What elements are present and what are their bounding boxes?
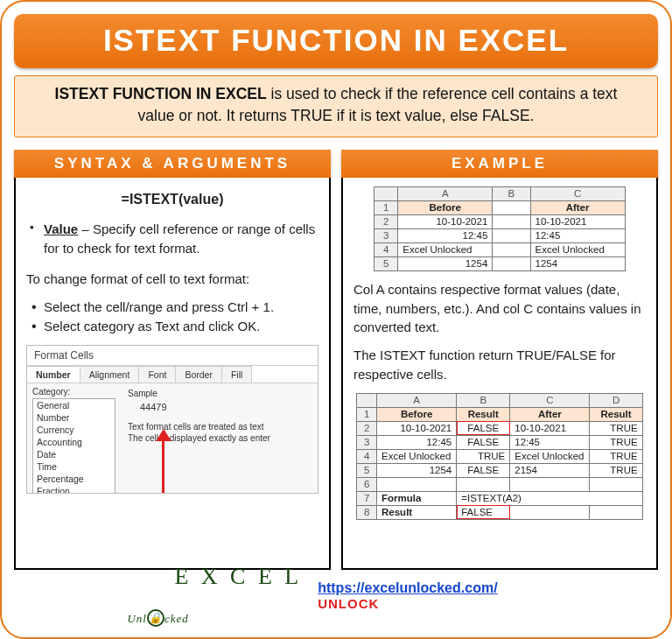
- cell: Formula: [377, 491, 457, 505]
- cell: [510, 505, 590, 519]
- category-label: Category:: [32, 387, 116, 397]
- syntax-column: SYNTAX & ARGUMENTS =ISTEXT(value) Value …: [14, 150, 331, 570]
- cell: Excel Unlocked: [398, 242, 493, 256]
- cell: TRUE: [457, 449, 510, 463]
- description-box: ISTEXT FUNCTION IN EXCEL is used to chec…: [14, 75, 658, 137]
- category-item[interactable]: Accounting: [33, 436, 115, 448]
- logo: E X C E L Unl🔒cked: [174, 564, 302, 628]
- row-header: 4: [374, 242, 398, 256]
- cell: FALSE: [457, 435, 510, 449]
- cell: [493, 214, 530, 228]
- cell: 1254: [398, 256, 493, 270]
- cell: TRUE: [590, 421, 642, 435]
- cell: 2154: [510, 463, 590, 477]
- cell: 10-10-2021: [530, 214, 625, 228]
- tab-alignment[interactable]: Alignment: [80, 366, 140, 383]
- description-bold: ISTEXT FUNCTION IN EXCEL: [55, 85, 267, 102]
- col-header: A: [398, 186, 493, 200]
- example-header: EXAMPLE: [341, 150, 658, 178]
- row-header: 1: [357, 407, 377, 421]
- cell: Excel Unlocked: [377, 449, 457, 463]
- cell: [377, 477, 457, 491]
- row-header: 2: [357, 421, 377, 435]
- logo-text-bottom: Unl🔒cked: [127, 611, 302, 628]
- cell: [590, 477, 642, 491]
- tab-fill[interactable]: Fill: [221, 366, 252, 383]
- bullet-step-2: Select category as Text and click OK.: [30, 317, 318, 336]
- cell: After: [510, 407, 590, 421]
- cell-highlighted: FALSE: [457, 421, 510, 435]
- cell: Result: [377, 505, 457, 519]
- cell-highlighted: FALSE: [457, 505, 510, 519]
- cell: 12:45: [377, 435, 457, 449]
- cell: Before: [377, 407, 457, 421]
- cell: [510, 477, 590, 491]
- dialog-title: Format Cells: [27, 346, 318, 366]
- cell: TRUE: [590, 449, 642, 463]
- cell: [493, 228, 530, 242]
- row-header: 7: [357, 491, 377, 505]
- col-header: D: [590, 393, 642, 407]
- tab-font[interactable]: Font: [138, 366, 176, 383]
- row-header: 5: [357, 463, 377, 477]
- category-list[interactable]: General Number Currency Accounting Date …: [32, 398, 116, 494]
- category-item[interactable]: General: [33, 399, 115, 411]
- category-item[interactable]: Time: [33, 460, 115, 473]
- cell: After: [530, 200, 625, 214]
- col-header: B: [493, 186, 530, 200]
- col-header: A: [377, 393, 457, 407]
- arrow-head-icon: [156, 429, 172, 441]
- bullet-step-1: Select the cell/range and press Ctrl + 1…: [30, 298, 318, 317]
- category-item[interactable]: Number: [33, 411, 115, 424]
- cell: 10-10-2021: [377, 421, 457, 435]
- row-header: 1: [374, 200, 398, 214]
- example-table-1: A B C 1 Before After 2 10-10-2021 10-10-…: [374, 186, 625, 271]
- tab-border[interactable]: Border: [175, 366, 222, 383]
- cell: Result: [457, 407, 510, 421]
- cell: Before: [398, 200, 493, 214]
- cell: [493, 200, 530, 214]
- table-corner: [374, 186, 398, 200]
- page-title-banner: ISTEXT FUNCTION IN EXCEL: [14, 14, 658, 68]
- footer: E X C E L Unl🔒cked https://excelunlocked…: [2, 564, 670, 628]
- row-header: 8: [357, 505, 377, 519]
- cell: [457, 477, 510, 491]
- row-header: 6: [357, 477, 377, 491]
- cell: 12:45: [530, 228, 625, 242]
- cell: [493, 256, 530, 270]
- cell: Excel Unlocked: [530, 242, 625, 256]
- footer-url-link[interactable]: https://excelunlocked.com/: [318, 580, 497, 595]
- category-item[interactable]: Date: [33, 448, 115, 460]
- arrow-icon: [162, 436, 164, 494]
- sample-label: Sample: [128, 389, 309, 398]
- cell: 1254: [530, 256, 625, 270]
- format-cells-dialog: Format Cells Number Alignment Font Borde…: [26, 345, 318, 494]
- row-header: 5: [374, 256, 398, 270]
- argument-name: Value: [44, 221, 78, 236]
- cell: Excel Unlocked: [510, 449, 590, 463]
- dialog-tabs: Number Alignment Font Border Fill: [27, 366, 318, 383]
- argument-item: Value – Specify cell reference or range …: [30, 220, 318, 258]
- cell: 12:45: [398, 228, 493, 242]
- cell: [493, 242, 530, 256]
- cell: =ISTEXT(A2): [457, 491, 642, 505]
- example-para-1: Col A contains respective format values …: [354, 280, 646, 337]
- table-corner: [357, 393, 377, 407]
- cell: FALSE: [457, 463, 510, 477]
- category-item[interactable]: Fraction: [33, 485, 115, 494]
- lock-icon: 🔒: [147, 609, 164, 627]
- tab-number[interactable]: Number: [26, 366, 80, 383]
- cell: 1254: [377, 463, 457, 477]
- col-header: C: [510, 393, 590, 407]
- example-table-2: A B C D 1 Before Result After Result 2 1…: [356, 393, 642, 520]
- sample-value: 44479: [140, 402, 309, 412]
- cell: [590, 505, 642, 519]
- argument-desc: – Specify cell reference or range of cel…: [44, 221, 315, 256]
- row-header: 4: [357, 449, 377, 463]
- cell: 10-10-2021: [510, 421, 590, 435]
- category-item[interactable]: Currency: [33, 424, 115, 436]
- cell: Result: [590, 407, 642, 421]
- col-header: C: [530, 186, 625, 200]
- category-item[interactable]: Percentage: [33, 473, 115, 485]
- example-column: EXAMPLE A B C 1 Before After 2 10-10-202…: [341, 150, 658, 570]
